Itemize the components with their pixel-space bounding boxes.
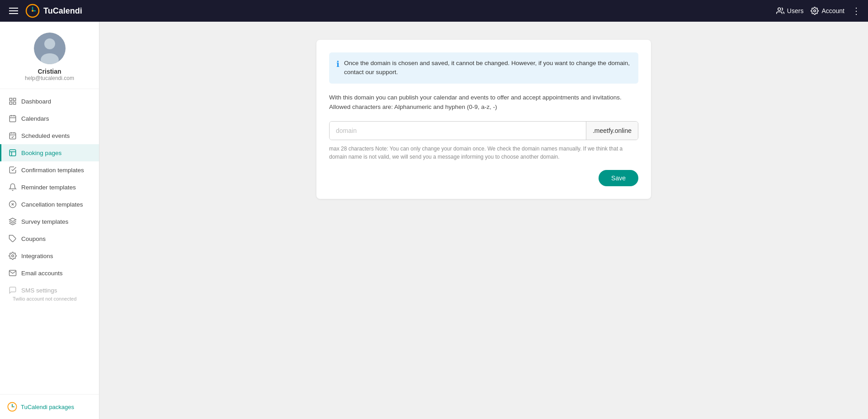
navbar: TuCalendi Users Account ⋮ (0, 0, 868, 22)
svg-rect-11 (9, 116, 16, 122)
sms-settings-sub: Twilio account not connected (13, 296, 99, 303)
svg-marker-25 (9, 218, 16, 222)
hamburger-button[interactable] (7, 6, 20, 16)
coupons-icon (9, 235, 17, 243)
packages-logo-icon (7, 402, 17, 412)
calendars-label: Calendars (21, 115, 49, 122)
logo-container: TuCalendi (25, 4, 82, 18)
info-icon: ℹ (336, 59, 340, 69)
svg-rect-15 (9, 133, 16, 139)
survey-templates-icon (9, 217, 17, 226)
users-label: Users (787, 7, 804, 14)
users-button[interactable]: Users (776, 7, 804, 15)
sms-settings-icon (9, 286, 17, 294)
sms-settings-label: SMS settings (21, 287, 57, 294)
svg-rect-8 (14, 98, 16, 100)
sidebar-item-email-accounts[interactable]: Email accounts (0, 264, 99, 282)
hint-text: max 28 characters Note: You can only cha… (329, 145, 638, 161)
svg-point-2 (778, 8, 781, 10)
avatar-image (34, 33, 66, 64)
reminder-templates-label: Reminder templates (21, 184, 76, 191)
booking-pages-icon (9, 149, 17, 157)
confirmation-templates-icon (9, 166, 17, 174)
booking-pages-label: Booking pages (21, 150, 61, 156)
account-icon (811, 7, 819, 15)
sidebar-footer: TuCalendi packages (0, 394, 99, 419)
sidebar-item-scheduled-events[interactable]: Scheduled events (0, 127, 99, 144)
alert-text: Once the domain is chosen and saved, it … (344, 59, 631, 77)
svg-point-3 (814, 10, 816, 12)
sidebar-item-cancellation-templates[interactable]: Cancellation templates (0, 196, 99, 213)
logo-text: TuCalendi (43, 6, 82, 16)
packages-link-label: TuCalendi packages (21, 404, 74, 410)
dashboard-icon (9, 97, 17, 105)
logo-icon (25, 4, 40, 18)
navbar-left: TuCalendi (7, 4, 82, 18)
user-section: Cristian help@tucalendi.com (0, 22, 99, 89)
sidebar-item-reminder-templates[interactable]: Reminder templates (0, 179, 99, 196)
svg-rect-10 (14, 102, 16, 104)
email-accounts-label: Email accounts (21, 270, 63, 277)
main-content: ℹ Once the domain is chosen and saved, i… (99, 22, 868, 419)
users-icon (776, 7, 784, 15)
user-name: Cristian (38, 68, 61, 75)
domain-input-group: .meetfy.online (329, 121, 638, 140)
description-text: With this domain you can publish your ca… (329, 93, 638, 112)
svg-point-1 (32, 10, 33, 12)
app-body: Cristian help@tucalendi.com Dashboard Ca… (0, 22, 868, 419)
integrations-icon (9, 252, 17, 260)
survey-templates-label: Survey templates (21, 218, 68, 225)
scheduled-events-icon (9, 132, 17, 140)
dashboard-label: Dashboard (21, 98, 51, 105)
content-card: ℹ Once the domain is chosen and saved, i… (316, 40, 651, 199)
coupons-label: Coupons (21, 235, 46, 242)
sidebar-item-dashboard[interactable]: Dashboard (0, 93, 99, 110)
nav-menu: Dashboard Calendars Scheduled events (0, 89, 99, 394)
alert-info: ℹ Once the domain is chosen and saved, i… (329, 52, 638, 84)
account-label: Account (821, 7, 844, 14)
sidebar-item-survey-templates[interactable]: Survey templates (0, 213, 99, 230)
confirmation-templates-label: Confirmation templates (21, 167, 84, 174)
svg-rect-7 (9, 98, 12, 100)
svg-rect-9 (9, 102, 12, 104)
reminder-templates-icon (9, 183, 17, 191)
packages-link[interactable]: TuCalendi packages (7, 402, 92, 412)
scheduled-events-label: Scheduled events (21, 132, 70, 139)
sidebar-item-integrations[interactable]: Integrations (0, 247, 99, 264)
svg-point-27 (12, 255, 14, 257)
cancellation-templates-icon (9, 200, 17, 208)
account-button[interactable]: Account (811, 7, 844, 15)
sidebar: Cristian help@tucalendi.com Dashboard Ca… (0, 22, 99, 419)
navbar-right: Users Account ⋮ (776, 5, 861, 16)
integrations-label: Integrations (21, 253, 53, 259)
sidebar-item-calendars[interactable]: Calendars (0, 110, 99, 127)
svg-point-29 (12, 406, 13, 408)
domain-suffix: .meetfy.online (586, 122, 638, 140)
email-accounts-icon (9, 269, 17, 277)
sidebar-item-coupons[interactable]: Coupons (0, 230, 99, 247)
domain-input[interactable] (330, 122, 586, 140)
sidebar-item-confirmation-templates[interactable]: Confirmation templates (0, 161, 99, 179)
avatar (34, 33, 66, 64)
save-section: Save (329, 170, 638, 186)
svg-point-5 (44, 38, 55, 49)
save-button[interactable]: Save (599, 170, 638, 186)
more-options-button[interactable]: ⋮ (852, 5, 861, 16)
calendars-icon (9, 114, 17, 122)
sidebar-item-booking-pages[interactable]: Booking pages (0, 144, 99, 161)
svg-rect-19 (9, 150, 16, 156)
user-email: help@tucalendi.com (25, 75, 74, 81)
cancellation-templates-label: Cancellation templates (21, 201, 83, 208)
